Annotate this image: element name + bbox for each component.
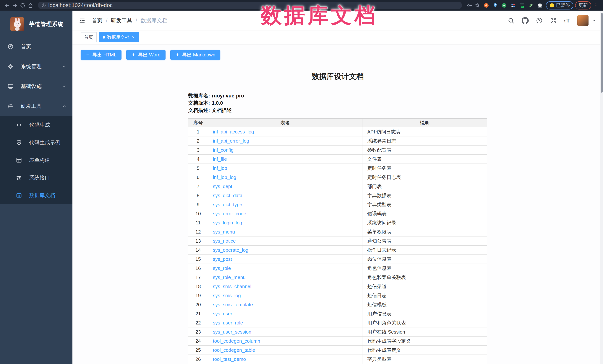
sidebar-item-表单构建[interactable]: 表单构建 — [0, 151, 72, 169]
app-title: 芋道管理系统 — [29, 21, 64, 28]
tag-close-icon[interactable] — [131, 35, 135, 39]
reload-icon[interactable] — [20, 2, 26, 8]
font-size-icon[interactable]: tT — [564, 17, 571, 24]
document-title: 数据库设计文档 — [188, 71, 487, 81]
sidebar-item-基础设施[interactable]: 基础设施 — [0, 76, 72, 96]
table-name-link[interactable]: sys_user_role — [213, 320, 243, 326]
back-icon[interactable] — [4, 2, 10, 8]
export-button-导出 Markdown[interactable]: 导出 Markdown — [170, 50, 220, 60]
table-name-link[interactable]: inf_api_error_log — [213, 138, 249, 144]
user-avatar[interactable] — [577, 15, 589, 26]
table-name-link[interactable]: inf_config — [213, 147, 233, 153]
search-icon[interactable] — [508, 17, 515, 24]
table-cell-description: 字典数据表 — [362, 191, 487, 200]
info-icon[interactable] — [41, 3, 46, 8]
green-check-extension-icon[interactable] — [501, 3, 507, 8]
app-logo-row[interactable]: 芋道管理系统 — [0, 11, 72, 37]
toolbox-icon — [7, 103, 14, 109]
sidebar-item-代码生成示例[interactable]: 代码生成示例 — [0, 134, 72, 151]
table-cell-name: sys_menu — [208, 227, 362, 236]
table-name-link[interactable]: sys_sms_channel — [213, 284, 251, 289]
table-cell-name: sys_operate_log — [208, 246, 362, 255]
sidebar-item-研发工具[interactable]: 研发工具 — [0, 96, 72, 116]
sync-paused-chip[interactable]: 已暂停 — [546, 1, 573, 10]
scrollbar-thumb[interactable] — [601, 13, 603, 93]
table-cell-index: 15 — [188, 255, 208, 264]
table-name-link[interactable]: sys_dict_data — [213, 193, 243, 198]
table-cell-description: 短信渠道 — [362, 282, 487, 291]
table-cell-name: sys_notice — [208, 236, 362, 246]
table-name-link[interactable]: sys_sms_log — [213, 293, 241, 298]
table-name-link[interactable]: sys_dept — [213, 184, 232, 189]
table-name-link[interactable]: sys_role_menu — [213, 275, 246, 280]
table-name-link[interactable]: inf_job_log — [213, 175, 236, 180]
table-name-link[interactable]: sys_login_log — [213, 220, 242, 226]
table-cell-index: 19 — [188, 291, 208, 300]
table-name-link[interactable]: sys_operate_log — [213, 247, 248, 253]
puzzle-extension-icon[interactable] — [537, 3, 543, 8]
forward-icon[interactable] — [12, 2, 18, 8]
breadcrumb-item[interactable]: 研发工具 — [111, 17, 132, 24]
sidebar-toggle-icon[interactable] — [79, 17, 85, 24]
table-cell-description: 系统异常日志 — [362, 136, 487, 145]
tag-数据库文档[interactable]: 数据库文档 — [99, 32, 139, 42]
sidebar-item-首页[interactable]: 首页 — [0, 37, 72, 56]
table-cell-name: sys_login_log — [208, 218, 362, 227]
table-cell-index: 3 — [188, 145, 208, 155]
table-row: 1inf_api_access_logAPI 访问日志表 — [188, 127, 487, 136]
stack-on-extension-icon[interactable]: on — [519, 3, 525, 8]
table-name-link[interactable]: sys_user_session — [213, 329, 251, 335]
table-name-link[interactable]: sys_notice — [213, 238, 236, 244]
breadcrumb-item[interactable]: 首页 — [92, 17, 103, 24]
sidebar-item-系统接口[interactable]: 系统接口 — [0, 169, 72, 187]
table-name-link[interactable]: tool_test_demo — [213, 356, 246, 362]
fullscreen-icon[interactable] — [550, 17, 557, 24]
table-cell-index: 7 — [188, 182, 208, 191]
github-icon[interactable] — [522, 17, 529, 24]
export-button-导出 Word[interactable]: 导出 Word — [126, 50, 165, 60]
export-button-导出 HTML[interactable]: 导出 HTML — [81, 50, 121, 60]
table-cell-index: 20 — [188, 300, 208, 309]
table-name-link[interactable]: sys_role — [213, 265, 231, 271]
browser-menu-icon[interactable] — [593, 2, 599, 8]
table-row: 7sys_dept部门表 — [188, 182, 487, 191]
table-name-link[interactable]: inf_file — [213, 156, 227, 162]
table-name-link[interactable]: sys_user — [213, 311, 232, 317]
bookmark-star-icon[interactable] — [474, 2, 480, 8]
address-bar[interactable]: localhost:1024/tool/db-doc — [38, 2, 462, 9]
table-name-link[interactable]: inf_api_access_log — [213, 129, 254, 134]
leaf-extension-icon[interactable] — [528, 3, 534, 8]
table-name-link[interactable]: sys_post — [213, 256, 232, 262]
table-name-link[interactable]: sys_sms_template — [213, 302, 253, 307]
table-name-link[interactable]: tool_codegen_column — [213, 338, 260, 344]
avatar-caret-down-icon[interactable] — [592, 18, 597, 23]
home-icon[interactable] — [27, 2, 34, 8]
table-name-link[interactable]: sys_menu — [213, 229, 235, 235]
sidebar-item-代码生成[interactable]: 代码生成 — [0, 116, 72, 134]
table-row: 6inf_job_log定时任务日志表 — [188, 173, 487, 182]
table-name-link[interactable]: sys_dict_type — [213, 202, 242, 207]
meta-value: 文档描述 — [212, 108, 232, 113]
sidebar-item-label: 系统接口 — [29, 174, 67, 181]
page-scrollbar[interactable] — [600, 11, 603, 364]
update-label: 更新 — [579, 2, 588, 8]
pin-extension-icon[interactable] — [492, 3, 498, 8]
table-name-link[interactable]: inf_job — [213, 165, 227, 171]
table-cell-index: 22 — [188, 318, 208, 327]
watermark-annotation: 数据库文档 — [261, 1, 378, 30]
sidebar-item-数据库文档[interactable]: 数据库文档 — [0, 187, 72, 204]
tag-首页[interactable]: 首页 — [81, 32, 97, 42]
sidebar-item-系统管理[interactable]: 系统管理 — [0, 56, 72, 76]
svg-text:T: T — [566, 17, 570, 23]
table-name-link[interactable]: tool_codegen_table — [213, 347, 255, 353]
table-row: 16sys_role角色信息表 — [188, 264, 487, 273]
table-cell-index: 26 — [188, 355, 208, 364]
key-icon[interactable] — [466, 2, 472, 8]
update-chip[interactable]: 更新 — [575, 1, 591, 10]
table-name-link[interactable]: sys_error_code — [213, 211, 246, 216]
meta-value: ruoyi-vue-pro — [212, 93, 244, 99]
help-icon[interactable] — [536, 17, 543, 24]
orange-circle-extension-icon[interactable] — [484, 3, 489, 8]
dot-grid-extension-icon[interactable] — [510, 3, 516, 8]
table-cell-index: 12 — [188, 227, 208, 236]
